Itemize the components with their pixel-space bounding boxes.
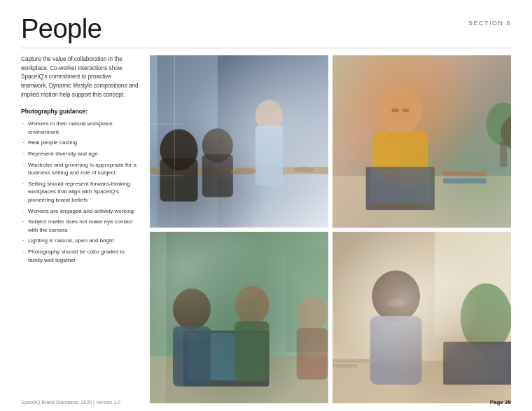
svg-point-3 xyxy=(160,130,198,171)
svg-rect-18 xyxy=(373,131,428,208)
svg-rect-36 xyxy=(234,321,269,381)
photography-heading: Photography guidance: xyxy=(21,107,139,116)
list-item: Real people casting xyxy=(21,139,139,147)
svg-rect-28 xyxy=(150,232,328,404)
svg-rect-15 xyxy=(332,55,511,228)
svg-point-7 xyxy=(255,100,283,131)
list-item: Lighting is natural, open and bright xyxy=(21,237,139,245)
svg-point-37 xyxy=(297,296,328,330)
footer: SpaceIQ Brand Standards, 2020 | Version … xyxy=(0,399,532,411)
photo-group-laptop xyxy=(150,232,328,404)
svg-rect-44 xyxy=(332,361,511,403)
svg-point-49 xyxy=(387,298,405,307)
header: People SECTION 6 xyxy=(0,0,532,42)
svg-rect-1 xyxy=(150,55,158,228)
guidance-list: Workers in their natural workplace envir… xyxy=(21,120,139,264)
svg-rect-34 xyxy=(173,326,211,386)
svg-point-33 xyxy=(173,288,211,330)
svg-point-27 xyxy=(500,116,511,150)
svg-rect-20 xyxy=(402,109,409,112)
svg-rect-50 xyxy=(332,358,374,362)
svg-rect-8 xyxy=(255,126,283,186)
photo-smiling-man xyxy=(332,232,511,404)
main-content: Capture the value of collaboration in th… xyxy=(0,48,532,403)
svg-rect-38 xyxy=(297,328,328,379)
footer-page: Page 39 xyxy=(490,399,511,405)
list-item: Subject matter does not make eye contact… xyxy=(21,218,139,234)
svg-rect-48 xyxy=(370,316,422,384)
sidebar: Capture the value of collaboration in th… xyxy=(21,55,139,403)
svg-point-13 xyxy=(230,168,256,175)
footer-left: SpaceIQ Brand Standards, 2020 | Version … xyxy=(21,400,120,405)
list-item: Workers are engaged and actively working xyxy=(21,207,139,216)
svg-rect-40 xyxy=(332,232,511,404)
photo-yellow-sweater xyxy=(332,55,511,228)
page: People SECTION 6 Capture the value of co… xyxy=(0,0,532,411)
svg-rect-22 xyxy=(370,169,430,203)
svg-rect-41 xyxy=(435,232,511,335)
svg-rect-30 xyxy=(150,356,328,403)
svg-rect-2 xyxy=(150,167,328,174)
photo-meeting-room xyxy=(150,55,328,228)
svg-rect-32 xyxy=(188,333,265,380)
svg-rect-29 xyxy=(286,249,328,351)
svg-rect-31 xyxy=(183,330,270,386)
section-label: SECTION 6 xyxy=(468,20,511,27)
svg-rect-51 xyxy=(332,364,357,368)
sidebar-intro: Capture the value of collaboration in th… xyxy=(21,55,139,100)
list-item: Setting should represent forward-thinkin… xyxy=(21,180,139,204)
svg-rect-16 xyxy=(332,176,511,228)
svg-point-47 xyxy=(372,270,420,322)
svg-rect-19 xyxy=(392,109,399,112)
svg-point-5 xyxy=(202,128,233,162)
list-item: Represent diversity and age xyxy=(21,150,139,158)
svg-point-35 xyxy=(234,286,269,323)
list-item: Photography should be color graded to fa… xyxy=(21,248,139,264)
svg-rect-24 xyxy=(443,179,486,183)
svg-point-42 xyxy=(461,283,511,351)
svg-rect-4 xyxy=(160,158,198,201)
svg-point-17 xyxy=(379,88,421,134)
page-title: People xyxy=(21,15,102,42)
photo-grid xyxy=(150,55,511,403)
svg-rect-0 xyxy=(150,55,218,228)
svg-point-14 xyxy=(293,167,314,172)
svg-rect-46 xyxy=(447,344,508,380)
svg-rect-26 xyxy=(500,141,507,167)
svg-point-25 xyxy=(486,103,511,146)
svg-rect-21 xyxy=(366,167,435,210)
svg-rect-45 xyxy=(443,342,511,384)
svg-rect-23 xyxy=(443,172,486,176)
list-item: Wardrobe and grooming is appropriate for… xyxy=(21,161,139,177)
svg-rect-43 xyxy=(483,347,490,373)
list-item: Workers in their natural workplace envir… xyxy=(21,120,139,136)
svg-rect-6 xyxy=(202,154,233,197)
svg-rect-39 xyxy=(150,232,166,404)
